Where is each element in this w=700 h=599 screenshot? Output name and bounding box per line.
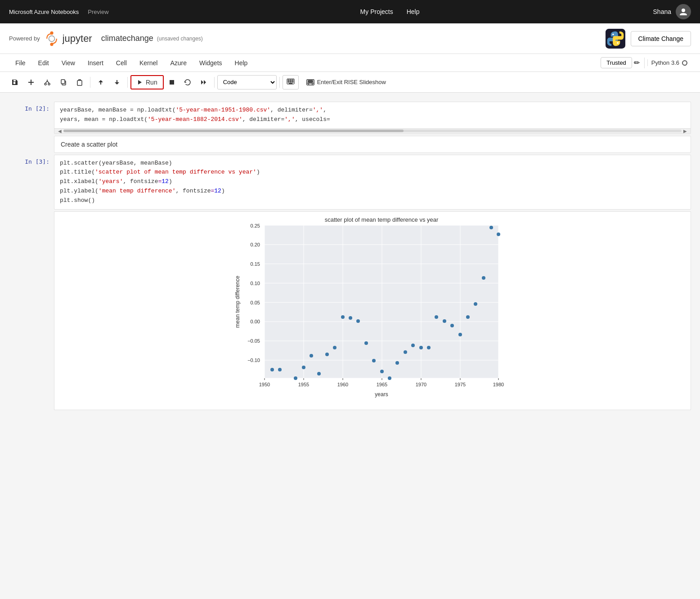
svg-text:scatter plot of mean temp diff: scatter plot of mean temp difference vs … — [325, 216, 439, 223]
scroll-track[interactable] — [63, 130, 682, 132]
cell-3-body: plt.scatter(yearsBase, meanBase) plt.tit… — [54, 155, 691, 209]
cell-2-code[interactable]: yearsBase, meanBase = np.loadtxt('5-year… — [54, 102, 691, 134]
svg-text:−0.05: −0.05 — [247, 338, 260, 344]
kernel-info-text: Python 3.6 — [651, 59, 679, 66]
svg-rect-31 — [265, 225, 498, 378]
stop-button[interactable] — [165, 75, 179, 89]
cell-2: In [2]: yearsBase, meanBase = np.loadtxt… — [0, 102, 700, 134]
header-bar: Powered by jupyter climatechange (unsave… — [0, 23, 700, 54]
markdown-text: Create a scatter plot — [61, 141, 117, 148]
svg-text:mean temp difference: mean temp difference — [234, 275, 241, 327]
menu-insert[interactable]: Insert — [81, 56, 110, 70]
point-2 — [278, 368, 282, 371]
my-projects-link[interactable]: My Projects — [360, 8, 393, 15]
avatar[interactable] — [676, 4, 691, 19]
kernel-info: Python 3.6 — [647, 59, 691, 66]
svg-rect-23 — [290, 81, 291, 82]
menu-help[interactable]: Help — [229, 56, 254, 70]
svg-rect-12 — [100, 82, 101, 85]
point-23 — [450, 324, 454, 327]
code-line-3-4: plt.ylabel('mean temp difference', fonts… — [60, 187, 685, 196]
preview-label: Preview — [88, 9, 108, 15]
kernel-status-circle — [682, 60, 687, 66]
add-cell-button[interactable] — [23, 75, 39, 89]
point-20 — [427, 346, 431, 349]
svg-text:0.15: 0.15 — [251, 261, 260, 267]
menu-divider — [644, 58, 645, 68]
point-25 — [466, 315, 470, 319]
scroll-right-arrow[interactable]: ▶ — [682, 129, 689, 134]
cell-3-code[interactable]: plt.scatter(yearsBase, meanBase) plt.tit… — [54, 155, 691, 210]
code-line-1: yearsBase, meanBase = np.loadtxt('5-year… — [60, 106, 685, 115]
menu-cell[interactable]: Cell — [110, 56, 133, 70]
svg-point-3 — [49, 36, 54, 41]
jupyter-logo: jupyter — [44, 31, 92, 47]
point-29 — [497, 232, 500, 236]
top-nav-links: My Projects Help — [127, 8, 653, 15]
menu-file[interactable]: File — [9, 56, 32, 70]
scatter-chart: 0.25 0.20 0.15 0.10 0.05 0.00 −0.05 −0.1… — [233, 216, 512, 405]
menu-azure[interactable]: Azure — [164, 56, 193, 70]
point-5 — [310, 354, 313, 358]
move-up-button[interactable] — [93, 75, 108, 89]
point-11 — [356, 319, 360, 323]
svg-point-0 — [682, 9, 685, 12]
header-right: Climate Change — [606, 29, 691, 49]
copy-button[interactable] — [56, 75, 71, 89]
svg-text:years: years — [375, 391, 388, 398]
menu-view[interactable]: View — [55, 56, 81, 70]
run-button[interactable]: Run — [130, 75, 164, 89]
restart-button[interactable] — [180, 75, 195, 89]
svg-rect-20 — [290, 80, 291, 80]
jupyter-logo-icon — [44, 31, 60, 47]
jupyter-text: jupyter — [63, 33, 92, 45]
toolbar-sep-3 — [214, 77, 215, 88]
svg-text:1960: 1960 — [337, 382, 348, 387]
user-section: Shana — [653, 4, 691, 19]
point-22 — [443, 319, 446, 323]
point-28 — [489, 226, 493, 229]
svg-text:0.00: 0.00 — [251, 319, 260, 324]
scroll-left-arrow[interactable]: ◀ — [56, 129, 63, 134]
username: Shana — [653, 8, 671, 15]
cell-markdown-prompt — [0, 136, 54, 153]
point-14 — [380, 370, 384, 373]
code-line-3-2: plt.title('scatter plot of mean temp dif… — [60, 168, 685, 177]
svg-rect-15 — [170, 80, 174, 85]
rise-slideshow-button[interactable]: Enter/Exit RISE Slideshow — [301, 75, 391, 89]
help-link[interactable]: Help — [407, 8, 420, 15]
cell-type-select[interactable]: Code Markdown Raw NBConvert — [217, 75, 277, 89]
svg-text:0.05: 0.05 — [251, 300, 260, 305]
svg-text:0.20: 0.20 — [251, 242, 260, 247]
fast-forward-button[interactable] — [196, 75, 211, 89]
svg-rect-25 — [289, 83, 292, 84]
move-down-button[interactable] — [109, 75, 125, 89]
cell-3-prompt: In [3]: — [0, 155, 54, 210]
paste-button[interactable] — [72, 75, 87, 89]
menu-widgets[interactable]: Widgets — [193, 56, 229, 70]
svg-rect-19 — [288, 80, 289, 80]
svg-rect-30 — [308, 80, 313, 82]
edit-pencil-button[interactable]: ✏ — [634, 58, 640, 67]
menu-kernel[interactable]: Kernel — [133, 56, 164, 70]
cut-button[interactable] — [40, 75, 55, 89]
svg-marker-14 — [138, 80, 142, 85]
point-26 — [474, 302, 477, 306]
unsaved-label: (unsaved changes) — [157, 36, 203, 42]
cell-2-scrollbar[interactable]: ◀ ▶ — [54, 128, 691, 134]
toolbar: Run Code Markdown Raw NBConvert — [0, 72, 700, 93]
cell-markdown-body[interactable]: Create a scatter plot — [54, 136, 691, 153]
point-12 — [364, 341, 368, 345]
save-button[interactable] — [7, 75, 22, 89]
point-6 — [317, 372, 321, 375]
keyboard-shortcuts-button[interactable] — [283, 75, 299, 89]
kernel-name-button[interactable]: Climate Change — [631, 31, 691, 46]
trusted-button[interactable]: Trusted — [601, 57, 632, 68]
menu-edit[interactable]: Edit — [32, 56, 55, 70]
svg-text:1950: 1950 — [259, 382, 270, 387]
svg-point-8 — [48, 83, 50, 85]
point-3 — [294, 376, 297, 380]
cell-2-content: yearsBase, meanBase = np.loadtxt('5-year… — [54, 102, 691, 134]
code-line-3-3: plt.xlabel('years', fontsize=12) — [60, 177, 685, 187]
point-19 — [419, 346, 423, 349]
